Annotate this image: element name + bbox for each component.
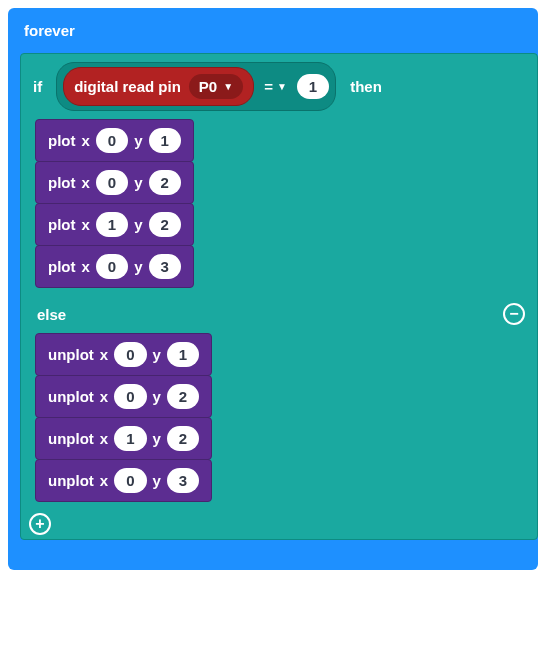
unplot-cmd: unplot bbox=[48, 346, 94, 363]
operator-dropdown[interactable]: = ▼ bbox=[260, 78, 291, 95]
if-block[interactable]: if digital read pin P0 ▼ = ▼ 1 bbox=[20, 53, 538, 540]
y-label: y bbox=[134, 174, 142, 191]
if-keyword: if bbox=[33, 78, 42, 95]
x-value[interactable]: 0 bbox=[114, 384, 146, 409]
plot-block[interactable]: plot x 1 y 2 bbox=[35, 203, 194, 246]
forever-block[interactable]: forever if digital read pin P0 ▼ = ▼ bbox=[8, 8, 538, 570]
x-value[interactable]: 0 bbox=[114, 342, 146, 367]
y-label: y bbox=[153, 346, 161, 363]
unplot-block[interactable]: unplot x 1 y 2 bbox=[35, 417, 212, 460]
if-header: if digital read pin P0 ▼ = ▼ 1 bbox=[21, 54, 537, 119]
y-value[interactable]: 2 bbox=[149, 170, 181, 195]
plot-cmd: plot bbox=[48, 216, 76, 233]
then-keyword: then bbox=[350, 78, 382, 95]
y-label: y bbox=[153, 388, 161, 405]
x-label: x bbox=[82, 216, 90, 233]
pin-value: P0 bbox=[199, 78, 217, 95]
digital-read-label: digital read pin bbox=[74, 78, 181, 95]
y-label: y bbox=[153, 472, 161, 489]
unplot-cmd: unplot bbox=[48, 472, 94, 489]
y-label: y bbox=[134, 258, 142, 275]
forever-body: if digital read pin P0 ▼ = ▼ 1 bbox=[20, 53, 538, 540]
x-label: x bbox=[100, 388, 108, 405]
y-value[interactable]: 1 bbox=[149, 128, 181, 153]
x-value[interactable]: 0 bbox=[96, 170, 128, 195]
y-label: y bbox=[153, 430, 161, 447]
else-keyword: else bbox=[37, 306, 66, 323]
plot-block[interactable]: plot x 0 y 1 bbox=[35, 119, 194, 162]
x-value[interactable]: 1 bbox=[114, 426, 146, 451]
y-value[interactable]: 3 bbox=[149, 254, 181, 279]
unplot-cmd: unplot bbox=[48, 388, 94, 405]
unplot-block[interactable]: unplot x 0 y 2 bbox=[35, 375, 212, 418]
plot-block[interactable]: plot x 0 y 2 bbox=[35, 161, 194, 204]
plot-cmd: plot bbox=[48, 258, 76, 275]
y-value[interactable]: 3 bbox=[167, 468, 199, 493]
y-value[interactable]: 2 bbox=[167, 426, 199, 451]
operator-value: = bbox=[264, 78, 273, 95]
chevron-down-icon: ▼ bbox=[277, 81, 287, 92]
y-value[interactable]: 2 bbox=[167, 384, 199, 409]
digital-read-pin-block[interactable]: digital read pin P0 ▼ bbox=[63, 67, 254, 106]
else-body: unplot x 0 y 1 unplot x 0 y 2 unplot x 1 bbox=[35, 333, 537, 509]
y-label: y bbox=[134, 216, 142, 233]
x-label: x bbox=[100, 346, 108, 363]
x-value[interactable]: 0 bbox=[114, 468, 146, 493]
else-header: else − bbox=[21, 295, 537, 333]
pin-dropdown[interactable]: P0 ▼ bbox=[189, 74, 243, 99]
x-label: x bbox=[82, 174, 90, 191]
x-label: x bbox=[82, 258, 90, 275]
minus-icon[interactable]: − bbox=[503, 303, 525, 325]
forever-label: forever bbox=[8, 8, 538, 53]
y-value[interactable]: 1 bbox=[167, 342, 199, 367]
unplot-block[interactable]: unplot x 0 y 3 bbox=[35, 459, 212, 502]
if-footer: + bbox=[21, 509, 537, 539]
forever-footer bbox=[20, 540, 160, 562]
x-label: x bbox=[100, 472, 108, 489]
x-value[interactable]: 1 bbox=[96, 212, 128, 237]
y-value[interactable]: 2 bbox=[149, 212, 181, 237]
rhs-value[interactable]: 1 bbox=[297, 74, 329, 99]
plot-cmd: plot bbox=[48, 174, 76, 191]
plot-block[interactable]: plot x 0 y 3 bbox=[35, 245, 194, 288]
x-value[interactable]: 0 bbox=[96, 128, 128, 153]
chevron-down-icon: ▼ bbox=[223, 81, 233, 92]
then-body: plot x 0 y 1 plot x 0 y 2 plot x 1 bbox=[35, 119, 537, 295]
condition-equals[interactable]: digital read pin P0 ▼ = ▼ 1 bbox=[56, 62, 336, 111]
unplot-cmd: unplot bbox=[48, 430, 94, 447]
x-label: x bbox=[100, 430, 108, 447]
unplot-block[interactable]: unplot x 0 y 1 bbox=[35, 333, 212, 376]
y-label: y bbox=[134, 132, 142, 149]
plus-icon[interactable]: + bbox=[29, 513, 51, 535]
plot-cmd: plot bbox=[48, 132, 76, 149]
x-value[interactable]: 0 bbox=[96, 254, 128, 279]
x-label: x bbox=[82, 132, 90, 149]
